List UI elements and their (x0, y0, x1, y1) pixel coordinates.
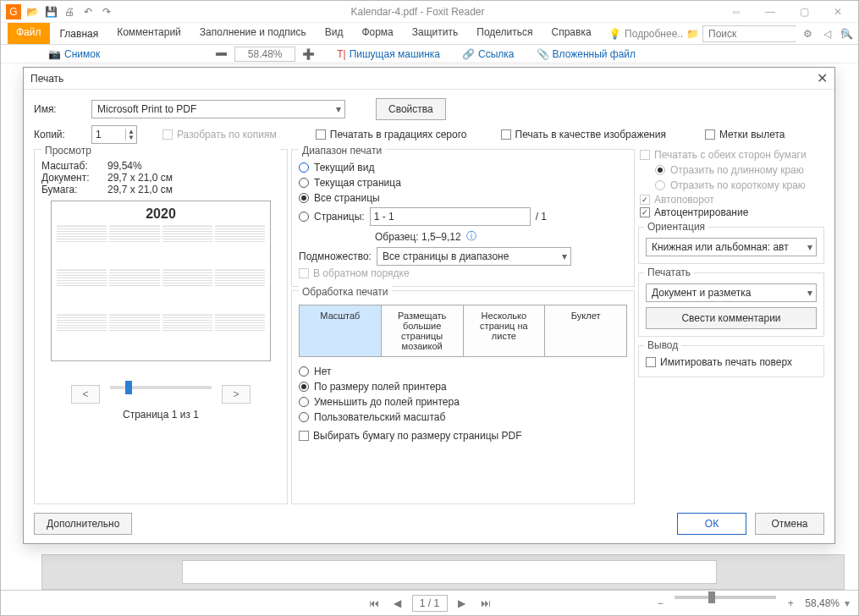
radio-current-page[interactable] (299, 178, 309, 188)
handling-tab-multi[interactable]: Несколько страниц на листе (464, 305, 546, 356)
bleed-marks-checkbox[interactable]: Метки вылета (705, 129, 785, 140)
summarize-comments-button[interactable]: Свести комментарии (646, 307, 817, 329)
copies-spinner[interactable]: 1 ▲▼ (91, 125, 137, 144)
printer-name-label: Имя: (34, 103, 85, 115)
radio-shrink[interactable] (299, 397, 309, 407)
open-icon[interactable]: 📂 (25, 4, 40, 19)
tab-comment[interactable]: Комментарий (108, 23, 190, 44)
preview-legend: Просмотр (41, 145, 280, 157)
printer-properties-button[interactable]: Свойства (376, 98, 446, 120)
print-icon[interactable]: 🖨 (62, 4, 77, 19)
tab-form[interactable]: Форма (353, 23, 401, 44)
radio-none[interactable] (299, 366, 309, 377)
status-zoom-in[interactable]: + (781, 595, 800, 612)
zoom-in-icon[interactable]: ➕ (302, 48, 315, 60)
preview-page: 2020 (51, 201, 271, 361)
grayscale-checkbox[interactable]: Печатать в градациях серого (316, 129, 467, 140)
status-first-page[interactable]: ⏮ (365, 595, 383, 612)
compact-ribbon-icon[interactable]: ▫▫ (721, 6, 752, 18)
tab-help[interactable]: Справка (543, 23, 600, 44)
radio-all-pages[interactable] (299, 193, 309, 203)
search-input[interactable] (707, 27, 837, 41)
titlebar: G 📂 💾 🖨 ↶ ↷ Kalendar-4.pdf - Foxit Reade… (1, 1, 858, 23)
status-prev-page[interactable]: ◀ (388, 595, 407, 612)
handling-tab-booklet[interactable]: Буклет (545, 305, 626, 356)
bulb-icon[interactable]: 💡 (608, 28, 621, 40)
link-button[interactable]: 🔗 Ссылка (462, 48, 514, 60)
advanced-button[interactable]: Дополнительно (34, 513, 132, 535)
output-legend: Вывод (644, 339, 681, 351)
ribbon-more[interactable]: Подробнее.. (625, 28, 683, 40)
pages-total: / 1 (536, 211, 547, 223)
chevron-down-icon: ▾ (807, 241, 812, 253)
save-icon[interactable]: 💾 (43, 4, 58, 19)
dialog-title: Печать (30, 73, 63, 85)
preview-next-button[interactable]: > (222, 385, 251, 404)
link-icon: 🔗 (462, 48, 475, 60)
reverse-order-checkbox: В обратном порядке (299, 267, 410, 279)
undo-icon[interactable]: ↶ (80, 4, 96, 19)
subset-label: Подмножество: (299, 250, 372, 262)
status-bar: ⏮ ◀ 1 / 1 ▶ ⏭ − + 58,48% ▾ (1, 590, 858, 615)
status-last-page[interactable]: ⏭ (476, 595, 495, 612)
close-button[interactable]: ✕ (823, 6, 853, 18)
minimize-button[interactable]: — (755, 6, 785, 18)
maximize-button[interactable]: ▢ (789, 6, 819, 18)
radio-current-view[interactable] (299, 162, 309, 173)
snapshot-button[interactable]: 📷 Снимок (48, 48, 100, 60)
nav-next-icon[interactable]: ▷ (838, 28, 853, 40)
orientation-combo[interactable]: Книжная или альбомная: авт▾ (646, 238, 817, 256)
print-as-image-checkbox[interactable]: Печать в качестве изображения (501, 129, 666, 140)
typewriter-button[interactable]: T| Пишущая машинка (337, 48, 440, 60)
preview-scale-label: Масштаб: (41, 160, 101, 172)
status-zoom-slider[interactable] (675, 596, 776, 599)
app-icon: G (6, 4, 21, 19)
choose-paper-checkbox[interactable]: Выбирать бумагу по размеру страницы PDF (299, 430, 522, 442)
status-next-page[interactable]: ▶ (453, 595, 471, 612)
print-what-legend: Печатать (644, 267, 694, 278)
pages-range-input[interactable]: 1 - 1 (370, 207, 531, 226)
pages-range-label: Страницы: (314, 211, 365, 223)
orientation-legend: Ориентация (644, 221, 708, 233)
copies-label: Копий: (34, 129, 85, 140)
zoom-out-icon[interactable]: ➖ (215, 48, 228, 60)
tab-file[interactable]: Файл (8, 23, 50, 44)
gear-icon[interactable]: ⚙ (799, 28, 816, 40)
folder-icon[interactable]: 📁 (686, 28, 699, 40)
status-page-input[interactable]: 1 / 1 (412, 595, 448, 612)
handling-legend: Обработка печати (299, 286, 392, 298)
chevron-down-icon[interactable]: ▾ (845, 597, 850, 609)
chevron-down-icon: ▾ (336, 103, 341, 115)
print-what-combo[interactable]: Документ и разметка▾ (646, 283, 817, 302)
handling-tab-tile[interactable]: Размещать большие страницы мозаикой (382, 305, 464, 356)
tab-view[interactable]: Вид (317, 23, 352, 44)
tab-protect[interactable]: Защитить (404, 23, 466, 44)
radio-flip-short (655, 180, 665, 190)
nav-prev-icon[interactable]: ◁ (819, 28, 834, 40)
attach-button[interactable]: 📎 Вложенный файл (537, 48, 636, 60)
simulate-overprint-checkbox[interactable]: Имитировать печать поверх (646, 356, 792, 368)
tab-home[interactable]: Главная (52, 23, 107, 44)
tab-fill-sign[interactable]: Заполнение и подпись (191, 23, 315, 44)
redo-icon[interactable]: ↷ (99, 4, 114, 19)
handling-tab-scale[interactable]: Масштаб (300, 305, 382, 356)
print-dialog: Печать ✕ Имя: Microsoft Print to PDF▾ Св… (23, 67, 835, 544)
autocenter-checkbox[interactable]: Автоцентрирование (640, 206, 748, 218)
radio-fit[interactable] (299, 382, 309, 392)
status-zoom-out[interactable]: − (651, 595, 669, 612)
typewriter-icon: T| (337, 48, 345, 60)
printer-combo[interactable]: Microsoft Print to PDF▾ (91, 100, 345, 118)
tab-share[interactable]: Поделиться (468, 23, 541, 44)
dialog-close-button[interactable]: ✕ (817, 70, 828, 86)
search-box[interactable]: 🔍 (702, 25, 796, 42)
radio-pages[interactable] (299, 212, 309, 222)
preview-scale-value: 99,54% (107, 160, 142, 172)
subset-combo[interactable]: Все страницы в диапазоне▾ (377, 247, 571, 266)
ok-button[interactable]: ОК (677, 513, 746, 535)
zoom-combo[interactable]: 58.48% (234, 47, 295, 62)
radio-custom[interactable] (299, 412, 309, 422)
range-legend: Диапазон печати (299, 145, 385, 157)
info-icon[interactable]: ⓘ (466, 229, 476, 244)
preview-prev-button[interactable]: < (71, 385, 100, 404)
cancel-button[interactable]: Отмена (755, 513, 824, 535)
